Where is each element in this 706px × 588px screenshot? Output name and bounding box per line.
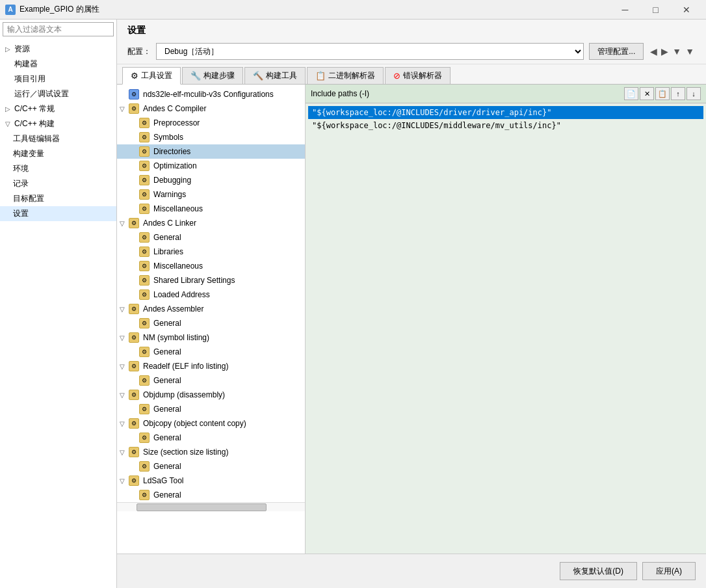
tree-item-preprocessor[interactable]: ⚙ Preprocessor — [117, 116, 305, 130]
split-pane: ⚙ nds32le-elf-mculib-v3s Configurations … — [117, 85, 706, 554]
path-row-1[interactable]: "${workspace_loc:/@INCLUDES/middleware/m… — [308, 119, 703, 132]
sidebar-item-cpp-build[interactable]: ▽ C/C++ 构建 — [0, 116, 116, 131]
tree-item-objcopy-general[interactable]: ⚙ General — [117, 431, 305, 445]
detail-header: Include paths (-I) 📄 ✕ 📋 ↑ ↓ — [306, 85, 706, 103]
tree-item-readelf-general[interactable]: ⚙ General — [117, 373, 305, 388]
tab-build-steps[interactable]: 🔧 构建步骤 — [182, 67, 243, 84]
nav-down-icon[interactable]: ▼ — [671, 45, 683, 58]
node-icon: ⚙ — [139, 433, 150, 443]
remove-path-button[interactable]: ✕ — [640, 87, 654, 100]
tree-item-ldsag-general[interactable]: ⚙ General — [117, 488, 305, 502]
expand-icon: ▽ — [120, 363, 127, 370]
tree-item-directories[interactable]: ⚙ Directories — [117, 144, 305, 159]
expand-icon: ▽ — [120, 420, 127, 427]
detail-panel: Include paths (-I) 📄 ✕ 📋 ↑ ↓ "${workspac… — [306, 85, 706, 554]
tab-binary-parser[interactable]: 📋 二进制解析器 — [307, 67, 384, 84]
tree-item-nds32[interactable]: ⚙ nds32le-elf-mculib-v3s Configurations — [117, 87, 305, 101]
add-path-button[interactable]: 📄 — [624, 87, 638, 100]
sidebar-item-buildvars[interactable]: 构建变量 — [0, 146, 116, 161]
config-select[interactable]: Debug［活动］ — [156, 43, 584, 60]
path-row-0[interactable]: "${workspace_loc:/@INCLUDES/driver/drive… — [308, 106, 703, 119]
sidebar-item-targetconfig[interactable]: 目标配置 — [0, 191, 116, 206]
tab-tool-settings[interactable]: ⚙ 工具设置 — [122, 67, 181, 85]
sidebar-item-builder[interactable]: 构建器 — [0, 57, 116, 72]
node-icon: ⚙ — [139, 490, 150, 500]
sidebar-item-tooleditor[interactable]: 工具链编辑器 — [0, 131, 116, 146]
build-tools-icon: 🔨 — [253, 71, 263, 81]
node-icon: ⚙ — [129, 475, 139, 486]
sidebar: ▷ 资源 构建器 项目引用 运行／调试设置 ▷ C/C++ 常规 — [0, 20, 117, 588]
error-parser-icon: ⊘ — [393, 71, 400, 81]
nav-more-icon[interactable]: ▼ — [684, 45, 696, 58]
tree-item-libraries[interactable]: ⚙ Libraries — [117, 245, 305, 259]
tree-item-size[interactable]: ▽ ⚙ Size (section size listing) — [117, 445, 305, 459]
detail-header-label: Include paths (-I) — [311, 89, 369, 98]
sidebar-item-log[interactable]: 记录 — [0, 176, 116, 191]
node-icon: ⚙ — [139, 146, 150, 157]
node-icon: ⚙ — [129, 390, 139, 400]
maximize-button[interactable]: □ — [641, 1, 670, 19]
manage-config-button[interactable]: 管理配置... — [589, 43, 644, 60]
node-icon: ⚙ — [139, 161, 150, 171]
expand-icon: ▽ — [120, 334, 127, 341]
tree-item-readelf[interactable]: ▽ ⚙ Readelf (ELF info listing) — [117, 359, 305, 373]
tree-item-linker-general[interactable]: ⚙ General — [117, 230, 305, 245]
tree-item-optimization[interactable]: ⚙ Optimization — [117, 159, 305, 173]
node-icon: ⚙ — [139, 375, 150, 386]
filter-input[interactable] — [3, 22, 114, 36]
tree-item-debugging[interactable]: ⚙ Debugging — [117, 173, 305, 187]
expand-icon: ▽ — [120, 449, 127, 456]
tree-item-asm-general[interactable]: ⚙ General — [117, 316, 305, 330]
h-scrollbar[interactable] — [117, 502, 305, 511]
h-scrollbar-thumb[interactable] — [137, 503, 267, 511]
tree-item-miscellaneous[interactable]: ⚙ Miscellaneous — [117, 202, 305, 216]
tab-build-tools[interactable]: 🔨 构建工具 — [244, 67, 306, 84]
tree-item-objdump[interactable]: ▽ ⚙ Objdump (disassembly) — [117, 388, 305, 402]
nav-arrows: ◀ ▶ ▼ ▼ — [649, 45, 696, 58]
nav-back-icon[interactable]: ◀ — [649, 45, 659, 58]
node-icon: ⚙ — [129, 447, 139, 457]
node-icon: ⚙ — [129, 103, 139, 114]
sidebar-tree: ▷ 资源 构建器 项目引用 运行／调试设置 ▷ C/C++ 常规 — [0, 39, 116, 588]
tree-item-shared-lib[interactable]: ⚙ Shared Library Settings — [117, 273, 305, 287]
tree-item-nm[interactable]: ▽ ⚙ NM (symbol listing) — [117, 330, 305, 345]
copy-path-button[interactable]: 📋 — [655, 87, 670, 100]
dialog-buttons: 恢复默认值(D) 应用(A) — [117, 554, 706, 588]
sidebar-item-cpp-general[interactable]: ▷ C/C++ 常规 — [0, 101, 116, 116]
sidebar-item-settings[interactable]: 设置 — [0, 206, 116, 221]
tree-item-objdump-general[interactable]: ⚙ General — [117, 402, 305, 416]
sidebar-item-resources[interactable]: ▷ 资源 — [0, 42, 116, 57]
tab-error-parser[interactable]: ⊘ 错误解析器 — [385, 67, 451, 84]
tree-item-linker-misc[interactable]: ⚙ Miscellaneous — [117, 259, 305, 273]
node-icon: ⚙ — [139, 204, 150, 214]
move-down-button[interactable]: ↓ — [686, 87, 701, 100]
sidebar-item-env[interactable]: 环境 — [0, 161, 116, 176]
move-up-button[interactable]: ↑ — [671, 87, 685, 100]
node-icon: ⚙ — [139, 275, 150, 286]
tool-settings-icon: ⚙ — [131, 71, 138, 81]
expand-icon: ▽ — [5, 120, 12, 127]
app-icon: A — [5, 5, 16, 15]
tree-item-nm-general[interactable]: ⚙ General — [117, 345, 305, 359]
sidebar-item-rundebug[interactable]: 运行／调试设置 — [0, 87, 116, 101]
minimize-button[interactable]: ─ — [610, 1, 640, 19]
node-icon: ⚙ — [129, 304, 139, 314]
expand-icon: ▷ — [5, 105, 12, 113]
tree-item-andes-linker[interactable]: ▽ ⚙ Andes C Linker — [117, 216, 305, 230]
tree-item-loaded-addr[interactable]: ⚙ Loaded Address — [117, 287, 305, 302]
tree-item-size-general[interactable]: ⚙ General — [117, 459, 305, 474]
restore-defaults-button[interactable]: 恢复默认值(D) — [560, 562, 637, 580]
window-title: Example_GPIO 的属性 — [20, 4, 610, 15]
sidebar-item-projref[interactable]: 项目引用 — [0, 72, 116, 87]
tree-item-andes-assembler[interactable]: ▽ ⚙ Andes Assembler — [117, 302, 305, 316]
tree-item-symbols[interactable]: ⚙ Symbols — [117, 130, 305, 144]
node-icon: ⚙ — [139, 189, 150, 200]
window-controls: ─ □ ✕ — [610, 1, 701, 19]
apply-button[interactable]: 应用(A) — [642, 562, 696, 580]
tree-item-andes-c[interactable]: ▽ ⚙ Andes C Compiler — [117, 101, 305, 116]
tree-item-ldsag[interactable]: ▽ ⚙ LdSaG Tool — [117, 474, 305, 488]
close-button[interactable]: ✕ — [672, 1, 701, 19]
tree-item-objcopy[interactable]: ▽ ⚙ Objcopy (object content copy) — [117, 416, 305, 431]
nav-forward-icon[interactable]: ▶ — [660, 45, 670, 58]
tree-item-warnings[interactable]: ⚙ Warnings — [117, 187, 305, 202]
